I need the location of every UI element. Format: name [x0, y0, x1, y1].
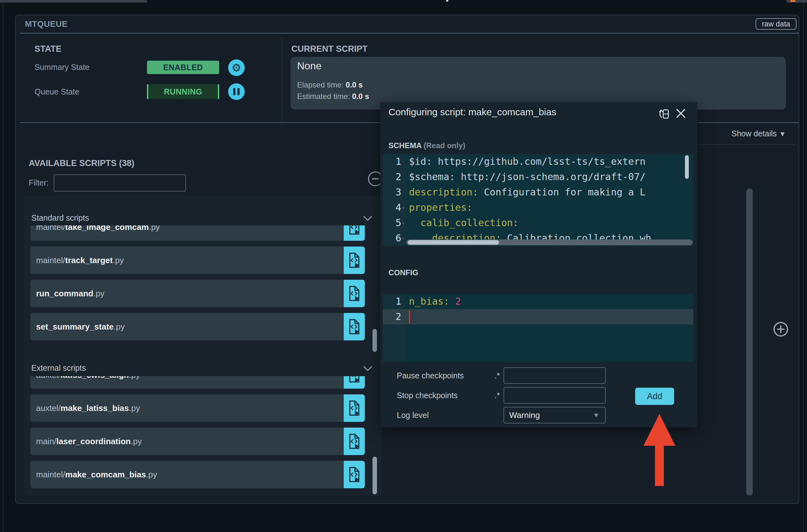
- page-left-border: [3, 3, 3, 532]
- fold-icon[interactable]: ▾: [402, 221, 405, 226]
- browser-tab-fragment: [0, 0, 147, 3]
- log-level-label: Log level: [397, 411, 429, 420]
- launch-script-button[interactable]: [344, 313, 365, 340]
- log-level-select[interactable]: Warning ▼: [504, 407, 606, 423]
- elapsed-time: Elapsed time: 0.0 s: [297, 80, 362, 90]
- estimated-time: Estimated time: 0.0 s: [297, 92, 369, 101]
- line-content: properties:: [409, 200, 472, 215]
- schema-vertical-scrollbar[interactable]: [685, 155, 689, 179]
- estimated-time-value: 0.0 s: [352, 92, 369, 100]
- filter-label: Filter:: [29, 178, 49, 187]
- config-editor[interactable]: 1 n_bias: 2 2: [383, 294, 693, 362]
- add-button[interactable]: Add: [635, 388, 674, 405]
- elapsed-time-value: 0.0 s: [346, 80, 362, 89]
- script-list-item[interactable]: set_summary_state.py: [30, 313, 365, 340]
- summary-state-label: Summary State: [35, 62, 90, 72]
- script-list-item[interactable]: run_command.py: [30, 280, 365, 307]
- external-scripts-scrollbar[interactable]: [373, 457, 377, 494]
- queue-pause-button[interactable]: [228, 83, 245, 100]
- script-list-item[interactable]: maintel/make_comcam_bias.py: [30, 461, 365, 488]
- gear-icon: ⚙: [232, 62, 241, 73]
- mtqueue-page: MTQUEUE raw data STATE Summary State ENA…: [0, 0, 807, 532]
- external-scripts-header: External scripts: [31, 363, 86, 373]
- line-number: 5: [383, 215, 401, 231]
- page-title: MTQUEUE: [25, 19, 68, 29]
- script-file-icon: [348, 467, 360, 482]
- script-list-item[interactable]: maintel/take_image_comcam.py: [30, 225, 365, 241]
- header-divider: [20, 33, 799, 34]
- queue-scrollbar[interactable]: [746, 188, 753, 496]
- line-content: description: Configuration for making a …: [409, 185, 646, 200]
- launch-script-button[interactable]: [344, 428, 365, 455]
- chevron-down-icon[interactable]: [363, 366, 373, 372]
- script-list-item[interactable]: main/laser_coordination.py: [30, 428, 365, 455]
- stop-checkpoints-input[interactable]: [504, 387, 606, 404]
- line-content: $schema: http://json-schema.org/draft-07…: [409, 169, 646, 185]
- launch-script-button[interactable]: [344, 280, 365, 307]
- schema-label-text: SCHEMA: [389, 141, 421, 150]
- show-details-toggle[interactable]: Show details ▼: [716, 129, 786, 138]
- chevron-down-icon: ▼: [779, 130, 786, 138]
- select-caret-icon: ▼: [593, 412, 599, 419]
- line-number: 2: [383, 169, 401, 185]
- pause-checkpoints-input[interactable]: [504, 367, 606, 384]
- launch-script-button[interactable]: [344, 225, 365, 241]
- standard-scripts-header: Standard scripts: [31, 213, 89, 223]
- script-name: set_summary_state.py: [36, 313, 125, 340]
- page-right-border: [803, 3, 804, 532]
- script-file-icon: [348, 319, 360, 335]
- stop-checkpoints-label: Stop checkpoints: [397, 391, 457, 400]
- log-level-value: Warning: [509, 410, 540, 420]
- show-details-label: Show details: [732, 129, 777, 138]
- script-file-icon: [348, 433, 360, 449]
- launch-script-button[interactable]: [344, 394, 365, 422]
- raw-data-button[interactable]: raw data: [755, 18, 796, 30]
- script-name: maintel/take_image_comcam.py: [36, 225, 160, 241]
- script-file-icon: [348, 285, 360, 301]
- script-list-item[interactable]: auxtel/make_latiss_bias.py: [30, 394, 365, 422]
- fold-icon[interactable]: ▾: [402, 236, 405, 241]
- summary-state-badge: ENABLED: [147, 61, 219, 74]
- schema-horizontal-scrollbar[interactable]: [406, 240, 693, 245]
- code-line: 2 $schema: http://json-schema.org/draft-…: [383, 169, 693, 185]
- standard-scripts-scrollbar[interactable]: [373, 329, 377, 352]
- chevron-down-icon[interactable]: [363, 215, 373, 221]
- script-name: auxtel/make_latiss_bias.py: [36, 394, 140, 422]
- code-line: 3 description: Configuration for making …: [383, 185, 693, 200]
- schema-readonly-text: (Read only): [424, 141, 466, 150]
- current-script-name: None: [297, 60, 322, 72]
- resize-icon[interactable]: [659, 108, 670, 120]
- launch-script-button[interactable]: [344, 376, 365, 388]
- configure-script-modal: Configuring script: make_comcam_bias SCH…: [380, 102, 697, 427]
- script-file-icon: [348, 252, 360, 268]
- code-line: 1 n_bias: 2: [383, 294, 693, 309]
- schema-editor[interactable]: 1 $id: https://github.com/lsst-ts/ts_ext…: [383, 154, 693, 246]
- script-file-icon: [348, 400, 360, 416]
- code-line: 5 ▾ calib_collection:: [383, 215, 693, 231]
- add-to-queue-icon[interactable]: [773, 322, 788, 337]
- line-number: 1: [383, 154, 401, 169]
- script-file-icon: [348, 225, 360, 235]
- filter-input[interactable]: [54, 174, 186, 192]
- line-number: 3: [383, 185, 401, 200]
- code-line: 1 $id: https://github.com/lsst-ts/ts_ext…: [383, 154, 693, 169]
- launch-script-button[interactable]: [344, 247, 365, 274]
- line-content: n_bias: 2: [409, 294, 461, 309]
- summary-state-config-button[interactable]: ⚙: [228, 59, 245, 76]
- schema-label: SCHEMA (Read only): [389, 141, 465, 150]
- close-icon[interactable]: [675, 108, 686, 119]
- script-list-item[interactable]: maintel/track_target.py: [30, 247, 365, 274]
- state-heading: STATE: [35, 44, 62, 54]
- code-line: 4 ▾ properties:: [383, 200, 693, 215]
- state-script-divider: [282, 38, 282, 122]
- line-content: $id: https://github.com/lsst-ts/ts_exter…: [409, 154, 646, 169]
- browser-accent-fragment: [790, 0, 795, 2]
- script-file-icon: [348, 376, 360, 383]
- script-list-item[interactable]: auxtel/latiss_cwfs_align.py: [30, 376, 365, 388]
- line-content: calib_collection:: [409, 215, 519, 231]
- standard-scripts-list: maintel/take_image_comcam.py maintel/tra…: [30, 225, 365, 351]
- launch-script-button[interactable]: [344, 461, 365, 488]
- script-name: auxtel/latiss_cwfs_align.py: [36, 376, 140, 388]
- line-number: 6: [383, 231, 401, 246]
- fold-icon[interactable]: ▾: [402, 205, 405, 210]
